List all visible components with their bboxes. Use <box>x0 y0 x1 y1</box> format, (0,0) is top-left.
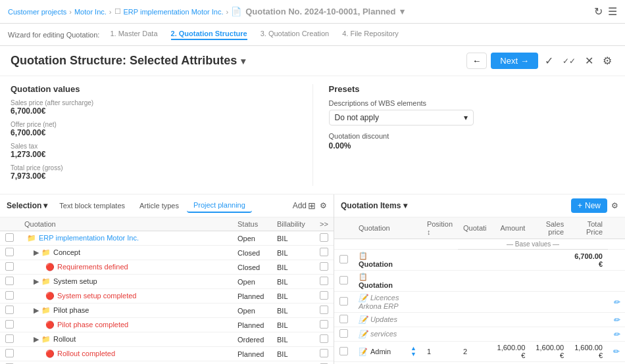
wizard-step-quotation-structure[interactable]: 2. Quotation Structure <box>171 30 247 40</box>
right-row-checkbox[interactable] <box>339 297 348 306</box>
right-col-sales-price-header: Sales price <box>530 217 569 239</box>
row-checkbox[interactable] <box>5 291 14 300</box>
tree-expand-icon[interactable]: ▶ <box>34 277 39 285</box>
wizard-step-master-data[interactable]: 1. Master Data <box>110 30 157 40</box>
row-label[interactable]: Rollout completed <box>57 350 115 357</box>
refresh-button[interactable]: ↻ <box>594 5 603 18</box>
edit-icon[interactable]: ✏ <box>613 315 620 325</box>
selection-dropdown[interactable]: Selection ▾ <box>7 201 47 210</box>
row-billability: BIL <box>272 246 314 260</box>
settings-button[interactable]: ⚙ <box>600 53 614 68</box>
right-row-amount <box>492 327 531 342</box>
tab-items: Text block templates Article types Proje… <box>53 198 287 213</box>
right-row-qty: 1 <box>458 362 491 365</box>
right-row-total-price <box>569 327 608 342</box>
right-row-sales-price: 1,600.00 € <box>530 342 569 362</box>
row-checkbox[interactable] <box>5 233 14 242</box>
move-arrows[interactable]: ▲▼ <box>411 346 416 357</box>
row-label[interactable]: System setup completed <box>57 292 136 300</box>
right-row-checkbox[interactable] <box>339 347 348 355</box>
row-label[interactable]: Rollout <box>53 335 76 343</box>
right-row-amount <box>492 271 531 292</box>
row-extra-checkbox[interactable] <box>320 277 328 285</box>
row-label[interactable]: Concept <box>53 248 80 256</box>
right-row-position <box>422 313 458 327</box>
row-extra-checkbox[interactable] <box>320 262 328 271</box>
tab-article-types[interactable]: Article types <box>133 199 186 212</box>
tree-expand-icon[interactable]: ▶ <box>34 306 39 314</box>
tab-text-block-templates[interactable]: Text block templates <box>53 199 132 212</box>
row-label[interactable]: Requirements defined <box>57 263 128 271</box>
row-label[interactable]: System setup <box>53 277 97 285</box>
right-row-checkbox[interactable] <box>339 255 348 263</box>
page-title-dropdown[interactable]: ▾ <box>241 56 245 66</box>
row-label[interactable]: ERP implementation Motor Inc. <box>39 234 139 242</box>
right-row-label: Quotation <box>359 281 393 289</box>
back-button[interactable]: ← <box>466 53 487 69</box>
breadcrumb-erp-impl[interactable]: ERP implementation Motor Inc. <box>124 8 224 16</box>
top-section: Quotation values Sales price (after surc… <box>0 76 625 194</box>
quotation-items-title[interactable]: Quotation Items ▾ <box>341 201 407 210</box>
quotation-dropdown-icon[interactable]: ▾ <box>400 7 405 16</box>
row-checkbox[interactable] <box>5 262 14 271</box>
right-row-sales-price <box>530 271 569 292</box>
row-billability: BIL <box>272 275 314 289</box>
row-extra-checkbox[interactable] <box>320 248 328 256</box>
right-row-amount <box>492 250 531 271</box>
close-button[interactable]: ✕ <box>582 53 596 68</box>
wizard-step-quotation-creation[interactable]: 3. Quotation Creation <box>261 30 330 40</box>
add-button[interactable]: Add ⊞ <box>293 200 316 211</box>
row-checkbox[interactable] <box>5 349 14 357</box>
tree-expand-icon[interactable]: ▶ <box>34 335 39 343</box>
row-extra-checkbox[interactable] <box>320 233 328 242</box>
row-status: Planned <box>232 347 272 361</box>
row-checkbox[interactable] <box>5 248 14 256</box>
right-row-position <box>422 292 458 313</box>
table-row: 🔴Go-Live Motor AGPlannedBIL <box>0 361 334 365</box>
quotation-values-title: Quotation values <box>11 84 297 94</box>
edit-icon[interactable]: ✏ <box>613 347 620 356</box>
wbs-dropdown[interactable]: Do not apply ▾ <box>329 110 474 125</box>
arrow-down-icon[interactable]: ▼ <box>411 352 416 357</box>
right-row-checkbox[interactable] <box>339 276 348 284</box>
row-checkbox[interactable] <box>5 320 14 329</box>
right-col-quotation-header: Quotation <box>353 217 405 239</box>
check-button[interactable]: ✓ <box>542 53 556 68</box>
edit-icon[interactable]: ✏ <box>613 330 620 339</box>
row-extra-checkbox[interactable] <box>320 291 328 300</box>
right-row-qty: 2 <box>458 342 491 362</box>
right-table-row: 📝services✏ <box>334 327 625 342</box>
next-button[interactable]: Next → <box>491 53 538 69</box>
right-row-checkbox[interactable] <box>339 329 348 338</box>
right-row-icon: 📝 <box>359 330 368 338</box>
row-checkbox[interactable] <box>5 334 14 343</box>
row-type-icon: 📁 <box>41 306 51 314</box>
row-extra-checkbox[interactable] <box>320 349 328 357</box>
row-checkbox[interactable] <box>5 306 14 314</box>
left-panel-settings-icon[interactable]: ⚙ <box>320 201 327 210</box>
tree-expand-icon[interactable]: ▶ <box>34 248 39 256</box>
left-panel-header: Selection ▾ Text block templates Article… <box>0 194 334 217</box>
row-type-icon: 🔴 <box>45 350 55 357</box>
row-extra-checkbox[interactable] <box>320 334 328 343</box>
row-checkbox[interactable] <box>5 277 14 285</box>
row-label[interactable]: Pilot phase <box>53 306 89 314</box>
right-row-total-price <box>569 271 608 292</box>
top-bar: Customer projects › Motor Inc. › ☐ ERP i… <box>0 0 625 24</box>
right-panel-settings-icon[interactable]: ⚙ <box>611 201 618 210</box>
offer-price-value: 6,700.00€ <box>11 128 297 137</box>
panel-actions: Add ⊞ ⚙ <box>293 200 327 211</box>
menu-button[interactable]: ☰ <box>608 5 617 18</box>
right-row-checkbox[interactable] <box>339 315 348 323</box>
edit-icon[interactable]: ✏ <box>613 298 620 307</box>
wizard-step-file-repository[interactable]: 4. File Repository <box>342 30 399 40</box>
tab-project-planning[interactable]: Project planning <box>187 198 252 213</box>
right-table-row: 📝Licences Arkona ERP✏ <box>334 292 625 313</box>
breadcrumb-customer-projects[interactable]: Customer projects <box>8 8 66 16</box>
new-button[interactable]: + New <box>571 198 607 213</box>
row-extra-checkbox[interactable] <box>320 306 328 314</box>
row-label[interactable]: Pilot phase completed <box>57 321 128 329</box>
check-all-button[interactable]: ✓✓ <box>560 55 578 67</box>
breadcrumb-motor-inc[interactable]: Motor Inc. <box>74 8 107 16</box>
row-extra-checkbox[interactable] <box>320 320 328 329</box>
